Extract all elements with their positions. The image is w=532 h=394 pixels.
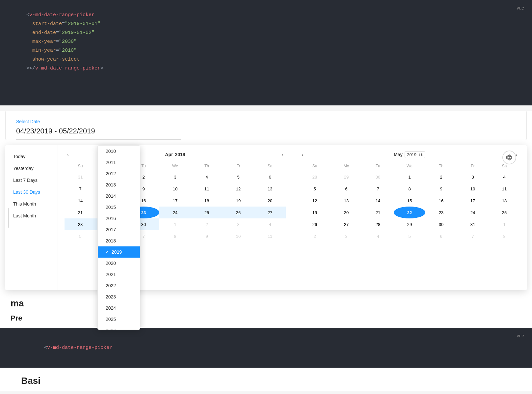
calendar-day[interactable]: 24: [457, 207, 489, 218]
calendar-day[interactable]: 26: [299, 218, 331, 230]
year-option[interactable]: 2017: [98, 224, 140, 235]
calendar-day[interactable]: 25: [191, 207, 223, 218]
calendar-day[interactable]: 21: [65, 207, 96, 218]
calendar-day[interactable]: 7: [65, 183, 96, 195]
year-option[interactable]: 2026: [98, 325, 140, 330]
calendar-day[interactable]: 29: [394, 218, 425, 230]
calendar-day[interactable]: 11: [489, 183, 520, 195]
calendar-day[interactable]: 2: [299, 230, 331, 242]
calendar-day[interactable]: 31: [457, 218, 489, 230]
year-option[interactable]: 2024: [98, 302, 140, 314]
calendar-day[interactable]: 9: [425, 183, 457, 195]
sidebar-item[interactable]: Yesterday: [5, 162, 58, 174]
calendar-day[interactable]: 2: [425, 171, 457, 183]
year-option[interactable]: 2011: [98, 157, 140, 168]
calendar-day[interactable]: 29: [331, 171, 362, 183]
codepen-button[interactable]: [502, 151, 516, 164]
calendar-day[interactable]: 26: [223, 207, 254, 218]
year-option[interactable]: 2025: [98, 314, 140, 325]
calendar-day[interactable]: 14: [362, 195, 394, 207]
year-option[interactable]: 2016: [98, 213, 140, 224]
year-option[interactable]: ✓2019: [98, 246, 140, 258]
calendar-day[interactable]: 14: [65, 195, 96, 207]
calendar-day[interactable]: 11: [254, 230, 286, 242]
calendar-day[interactable]: 4: [362, 230, 394, 242]
calendar-day[interactable]: 4: [254, 218, 286, 230]
calendar-day[interactable]: 25: [489, 207, 520, 218]
calendar-day[interactable]: 28: [65, 218, 96, 230]
calendar-day[interactable]: 16: [425, 195, 457, 207]
calendar-day[interactable]: 3: [331, 230, 362, 242]
calendar-day[interactable]: 13: [254, 183, 286, 195]
calendar-day[interactable]: 8: [489, 230, 520, 242]
calendar-day[interactable]: 9: [191, 230, 223, 242]
calendar-day[interactable]: 10: [457, 183, 489, 195]
calendar-day[interactable]: 20: [331, 207, 362, 218]
calendar-day[interactable]: 17: [159, 195, 191, 207]
calendar-day[interactable]: 17: [457, 195, 489, 207]
year-option[interactable]: 2012: [98, 168, 140, 179]
calendar-day[interactable]: 1: [394, 171, 425, 183]
calendar-day[interactable]: 28: [362, 218, 394, 230]
calendar-day[interactable]: 1: [489, 218, 520, 230]
year-option[interactable]: 2020: [98, 258, 140, 269]
calendar-day[interactable]: 18: [489, 195, 520, 207]
year-option[interactable]: 2014: [98, 190, 140, 202]
sidebar-item[interactable]: Last 30 Days: [5, 186, 58, 198]
year-option[interactable]: 2021: [98, 269, 140, 280]
calendar-day[interactable]: 19: [299, 207, 331, 218]
calendar-day[interactable]: 5: [299, 183, 331, 195]
calendar-day[interactable]: 5: [65, 230, 96, 242]
calendar-day[interactable]: 18: [191, 195, 223, 207]
calendar-day[interactable]: 24: [159, 207, 191, 218]
calendar-day[interactable]: 28: [299, 171, 331, 183]
sidebar-item[interactable]: Last Month: [5, 210, 58, 222]
calendar-day[interactable]: 5: [394, 230, 425, 242]
sidebar-item[interactable]: Today: [5, 151, 58, 162]
calendar-day[interactable]: 15: [394, 195, 425, 207]
calendar-day[interactable]: 11: [191, 183, 223, 195]
calendar-day[interactable]: 27: [254, 207, 286, 218]
calendar-day[interactable]: 19: [223, 195, 254, 207]
calendar-day[interactable]: 10: [159, 183, 191, 195]
year-option[interactable]: 2010: [98, 146, 140, 157]
calendar-day[interactable]: 31: [65, 171, 96, 183]
year-option[interactable]: 2018: [98, 235, 140, 246]
prev-month-btn[interactable]: ‹: [299, 151, 306, 158]
calendar-day[interactable]: 13: [331, 195, 362, 207]
year-select-box[interactable]: 2019 ⬆⬇: [405, 151, 425, 158]
calendar-day[interactable]: 8: [159, 230, 191, 242]
prev-month-btn[interactable]: ‹: [65, 151, 71, 158]
calendar-day[interactable]: 10: [223, 230, 254, 242]
calendar-day[interactable]: 21: [362, 207, 394, 218]
calendar-day[interactable]: 4: [191, 171, 223, 183]
year-option[interactable]: 2022: [98, 280, 140, 291]
calendar-day[interactable]: 3: [223, 218, 254, 230]
sidebar-item[interactable]: This Month: [5, 198, 58, 210]
calendar-day[interactable]: 6: [254, 171, 286, 183]
calendar-day[interactable]: 5: [223, 171, 254, 183]
year-dropdown[interactable]: 201020112012201320142015201620172018✓201…: [97, 145, 140, 330]
year-option[interactable]: 2013: [98, 179, 140, 190]
calendar-day[interactable]: 12: [223, 183, 254, 195]
calendar-day[interactable]: 7: [362, 183, 394, 195]
calendar-day[interactable]: 3: [159, 171, 191, 183]
next-month-btn[interactable]: ›: [279, 151, 286, 158]
year-option[interactable]: 2023: [98, 291, 140, 302]
calendar-day[interactable]: 23: [425, 207, 457, 218]
calendar-day[interactable]: 6: [425, 230, 457, 242]
calendar-day[interactable]: 8: [394, 183, 425, 195]
calendar-day[interactable]: 1: [159, 218, 191, 230]
calendar-day[interactable]: 27: [331, 218, 362, 230]
sidebar-item[interactable]: Last 7 Days: [5, 174, 58, 186]
date-range-input[interactable]: [16, 127, 181, 140]
calendar-day[interactable]: 7: [457, 230, 489, 242]
year-option[interactable]: 2015: [98, 202, 140, 213]
calendar-day[interactable]: 30: [425, 218, 457, 230]
calendar-day[interactable]: 4: [489, 171, 520, 183]
calendar-day[interactable]: 22: [394, 207, 425, 218]
calendar-day[interactable]: 2: [191, 218, 223, 230]
calendar-day[interactable]: 30: [362, 171, 394, 183]
calendar-day[interactable]: 3: [457, 171, 489, 183]
calendar-day[interactable]: 6: [331, 183, 362, 195]
